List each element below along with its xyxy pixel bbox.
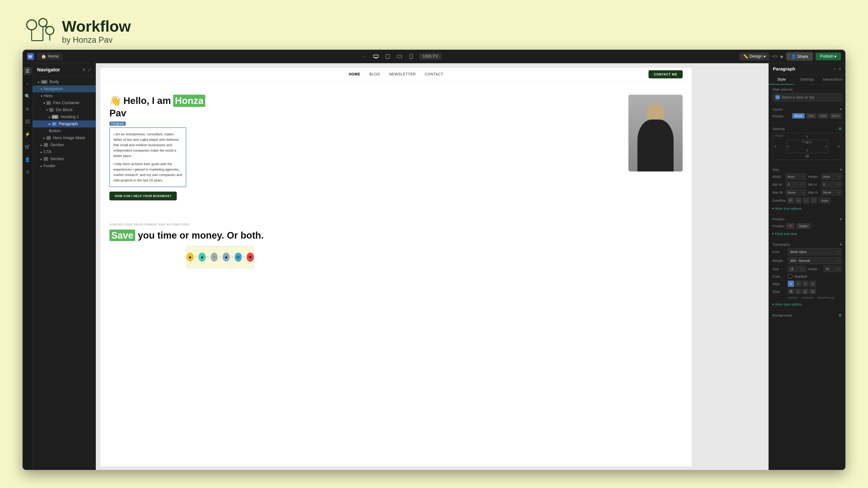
max-w-input[interactable]: None ▾ [785,189,806,195]
overflow-scroll-h[interactable]: ↔ [803,197,809,203]
tree-item-footer[interactable]: ▸ Footer [33,162,96,169]
more-type-link[interactable]: ▸ More type options [772,301,842,307]
float-clear-link[interactable]: ▸ Float and clear [772,231,842,236]
overflow-eye[interactable]: 👁 [787,197,794,203]
italic-btn[interactable]: I [796,289,801,294]
align-right-btn[interactable]: ≡ [802,281,809,287]
hero-cta-btn[interactable]: HOW CAN I HELP YOUR BUSINESS? [110,192,177,200]
more-size-link[interactable]: ▸ More size options [772,205,842,211]
display-none[interactable]: None [830,113,842,119]
tree-item-button[interactable]: Button [33,127,96,134]
mobile-portrait[interactable] [408,53,415,60]
align-center-btn[interactable]: ≡ [795,281,801,287]
contact-me-btn[interactable]: CONTACT ME [649,70,683,78]
publish-btn[interactable]: Publish ▾ [815,53,841,60]
overflow-scroll[interactable]: ≡ [795,197,802,203]
tab-home[interactable]: 🏠 Home [37,53,62,60]
size-collapse-icon[interactable]: ▾ [840,167,842,172]
users-icon[interactable]: 👤 [24,156,32,164]
backgrounds-add-icon[interactable]: ⊕ [838,313,842,318]
display-flex[interactable]: Flex [806,113,816,119]
font-size-input[interactable]: 16 PX [788,266,806,272]
strikethrough-btn[interactable]: S [809,289,816,294]
color-swatch[interactable] [788,274,793,279]
position-val[interactable]: Static [796,223,810,229]
nav-newsletter[interactable]: NEWSLETTER [389,72,416,76]
typography-collapse-icon[interactable]: ▾ [840,242,842,247]
settings-icon[interactable]: ⚙ [24,168,32,176]
tree-item-flex-container[interactable]: ▾ □ Flex Container [33,99,96,106]
collapse-icon[interactable]: ✕ [82,67,86,72]
play-icon[interactable]: ▶ [780,54,784,59]
more-options-btn[interactable]: ··· [361,53,368,60]
color-hex[interactable]: #1a1b1f [795,274,807,278]
min-w-input[interactable]: 0 PX [785,182,806,188]
nav-blog[interactable]: BLOG [369,72,380,76]
design-mode-btn[interactable]: ✏️ Design ▾ [740,53,769,60]
underline-btn[interactable]: U [802,289,809,294]
add-icon[interactable]: ＋ [24,79,32,88]
padding-bottom[interactable]: 0 [806,149,808,152]
tree-item-section2[interactable]: ▸ □ Section [33,156,96,162]
margin-right-val[interactable]: 0 [838,144,840,148]
tree-item-hero[interactable]: ▾ Hero [33,92,96,99]
tab-style[interactable]: Style [769,75,794,85]
layout-collapse-icon[interactable]: ▾ [840,107,842,111]
min-h-input[interactable]: 0 PX [821,182,842,188]
position-x-badge[interactable]: ✕ [786,223,795,229]
panel-expand-icon[interactable]: ⤢ [833,67,836,71]
tab-interactions[interactable]: Interactions [820,75,845,85]
tablet-viewport[interactable] [384,53,391,60]
nav-contact[interactable]: CONTACT [425,72,443,76]
site-navigation: HOME BLOG NEWSLETTER CONTACT CONTACT ME [100,68,692,81]
mobile-landscape[interactable] [396,53,403,60]
display-block[interactable]: Block [792,113,804,119]
detach-icon[interactable]: ⤢ [88,67,91,72]
tab-settings[interactable]: Settings [794,75,820,85]
margin-top-val[interactable]: 0 [806,135,808,138]
padding-right[interactable]: 0 [825,145,827,148]
position-dropdown-icon[interactable]: ▾ [812,224,813,228]
canvas-area[interactable]: HOME BLOG NEWSLETTER CONTACT CONTACT ME … [96,63,769,470]
cms-icon[interactable]: ⚡ [24,130,32,138]
hero-para-box: I am an entrepreneur, consultant, maker,… [110,127,186,187]
align-left-btn[interactable]: ≡ [788,281,794,287]
margin-bottom-val[interactable]: 10 [805,154,809,158]
line-height-input[interactable]: 28 PX [824,266,842,272]
tree-item-section1[interactable]: ▸ □ Section [33,141,96,149]
max-h-input[interactable]: None ▾ [821,189,842,195]
nav-home[interactable]: HOME [349,72,360,76]
tree-item-div-block[interactable]: ▾ □ Div Block [33,106,96,113]
spacing-add-icon[interactable]: ⊕ [838,126,842,131]
navigator-title: Navigator [37,67,60,73]
bold-btn[interactable]: B [788,289,795,294]
tree-item-navigation[interactable]: ▾ Navigation [33,86,96,92]
tree-item-heading1[interactable]: ▸ H1 Heading 1 [33,113,96,121]
align-justify-btn[interactable]: ≡ [809,281,816,287]
tree-item-body[interactable]: ▸ div Body [33,78,96,86]
search-icon[interactable]: 🔍 [24,92,32,100]
components-icon[interactable]: ⊞ [24,105,32,113]
assets-icon[interactable]: 🖼 [24,118,32,126]
padding-left[interactable]: 0 [787,145,789,148]
position-collapse-icon[interactable]: ▾ [840,217,842,221]
layers-icon[interactable]: ☰ [24,67,32,75]
panel-close-icon[interactable]: ✕ [838,67,841,71]
code-icon[interactable]: </> [772,54,778,59]
margin-left-val[interactable]: 0 [774,144,776,148]
width-input[interactable]: Auto ▾ [785,173,806,180]
overflow-auto[interactable]: Auto [819,197,831,203]
desktop-viewport[interactable] [372,53,379,60]
padding-top[interactable]: 0 [806,141,808,144]
class-tag-input[interactable]: □ Select a class or tag [772,93,842,101]
font-select[interactable]: Work Sans ▾ [788,248,842,255]
ecomm-icon[interactable]: 🛒 [24,143,32,151]
overflow-scroll-v[interactable]: ↕ [811,197,817,203]
height-input[interactable]: Auto ▾ [821,173,842,180]
tree-item-cta[interactable]: ▸ CTA [33,149,96,156]
tree-item-hero-image[interactable]: ▸ □ Hero Image Mask [33,134,96,141]
display-grid[interactable]: Grid [818,113,828,119]
share-btn[interactable]: 👤 Share [786,53,813,61]
tree-item-paragraph[interactable]: ▸ P Paragraph [33,121,96,127]
weight-select[interactable]: 400 - Normal ▾ [788,257,842,264]
